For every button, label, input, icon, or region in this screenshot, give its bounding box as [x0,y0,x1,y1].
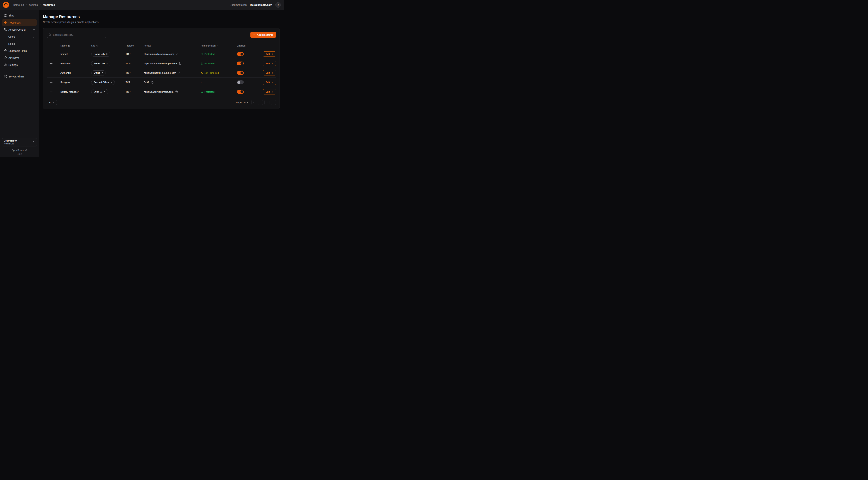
enabled-toggle[interactable] [237,52,244,56]
edit-button[interactable]: Edit [263,61,276,66]
add-resource-button[interactable]: Add Resource [250,32,276,38]
sidebar-item-resources[interactable]: Resources [2,19,37,26]
table-header-row: Name Site Protocol Access Authentication… [47,42,276,50]
first-page-button[interactable] [251,100,256,105]
enabled-toggle[interactable] [237,80,244,84]
avatar-initial: J [278,3,279,6]
protocol-value: TCP [126,90,130,93]
page-info: Page 1 of 1 [236,101,248,104]
sort-by-site[interactable]: Site [91,44,98,47]
sidebar-item-label: Settings [8,63,18,66]
enabled-toggle[interactable] [237,90,244,94]
arrow-up-right-icon [106,62,108,64]
copy-button[interactable] [175,90,178,93]
auth-status: Protected [201,90,215,93]
protocol-value: TCP [126,81,130,84]
arrow-right-icon [271,62,273,65]
sidebar-item-api-keys[interactable]: API Keys [2,55,37,61]
row-menu-button[interactable] [49,52,54,56]
arrow-right-icon [271,91,273,93]
waypoints-icon [4,21,7,24]
sidebar-item-settings[interactable]: Settings [2,62,37,68]
site-link-button[interactable]: Home Lab [91,61,111,66]
sidebar-item-roles[interactable]: Roles [2,40,37,47]
breadcrumb-separator-icon [25,4,28,6]
copy-button[interactable] [175,53,179,56]
sidebar-item-sites[interactable]: Sites [2,12,37,19]
grid-icon [4,14,7,17]
sidebar-item-server-admin[interactable]: Server Admin [2,73,37,80]
users-icon [4,28,7,31]
organization-label: Organization [4,140,17,142]
breadcrumb-separator-icon [39,4,41,6]
enabled-toggle[interactable] [237,71,244,75]
sidebar-item-access-control[interactable]: Access Control [2,26,37,33]
copy-button[interactable] [178,71,181,74]
row-menu-button[interactable] [49,71,54,75]
resource-name: Authentik [60,71,70,74]
sidebar-item-label: Resources [8,21,21,24]
sidebar-item-label: Roles [8,42,15,45]
copy-button[interactable] [151,81,154,84]
edit-button[interactable]: Edit [263,51,276,57]
plus-icon [253,33,255,36]
app-logo-icon[interactable] [3,2,9,8]
link-icon [4,49,7,52]
sort-icon [96,45,98,47]
sidebar-item-label: Shareable Links [8,50,27,52]
shield-check-icon [201,90,203,93]
resource-name: Immich [60,53,68,55]
resource-name: Postgres [60,81,70,84]
sidebar-item-label: Sites [8,14,14,17]
resource-name: Bitwarden [60,62,71,65]
chevrons-up-down-icon [32,141,35,144]
row-menu-button[interactable] [49,80,54,85]
sort-by-name[interactable]: Name [60,44,70,47]
breadcrumb-item[interactable]: settings [29,3,38,6]
row-menu-button[interactable] [49,61,54,66]
sidebar-item-users[interactable]: Users [2,33,37,40]
arrow-up-right-icon [110,81,112,83]
prev-page-button[interactable] [258,100,263,105]
resource-name: Battery Manager [60,90,79,93]
breadcrumb-item[interactable]: home-lab [13,3,24,6]
chevron-down-icon [53,101,55,103]
access-url: https://immich.example.com [144,53,174,55]
site-link-button[interactable]: Edge 01 [91,89,108,94]
organization-selector[interactable]: Organization Home Lab [2,138,37,146]
site-link-button[interactable]: Office [91,70,106,76]
row-menu-button[interactable] [49,90,54,94]
chevron-down-icon [33,28,35,31]
chevron-right-icon [266,101,268,104]
sidebar-item-label: Server Admin [8,75,24,78]
site-link-button[interactable]: Second Office [91,80,115,85]
sort-icon [68,45,70,47]
ellipsis-icon [50,81,53,84]
header-enabled: Enabled [237,44,246,47]
page-title: Manage Resources [43,14,280,19]
user-email[interactable]: joe@example.com [250,3,272,6]
edit-button[interactable]: Edit [263,80,276,85]
sort-icon [217,45,219,47]
copy-button[interactable] [178,62,182,65]
auth-status: Protected [201,53,215,55]
breadcrumb-current: resources [43,3,55,6]
last-page-button[interactable] [271,100,276,105]
search-input[interactable] [47,32,106,38]
open-source-link[interactable]: Open Source [11,149,27,151]
avatar[interactable]: J [275,2,281,8]
page-size-select[interactable]: 20 [47,100,57,105]
edit-button[interactable]: Edit [263,70,276,76]
chevrons-left-icon [253,101,255,104]
site-link-button[interactable]: Home Lab [91,52,111,57]
sidebar-item-shareable-links[interactable]: Shareable Links [2,48,37,54]
arrow-up-right-icon [104,91,106,93]
edit-button[interactable]: Edit [263,89,276,94]
sort-by-authentication[interactable]: Authentication [201,44,219,47]
next-page-button[interactable] [265,100,270,105]
header-access: Access [144,44,151,47]
copy-icon [175,90,178,93]
enabled-toggle[interactable] [237,62,244,65]
search-icon [49,33,51,36]
documentation-link[interactable]: Documentation [229,3,247,6]
